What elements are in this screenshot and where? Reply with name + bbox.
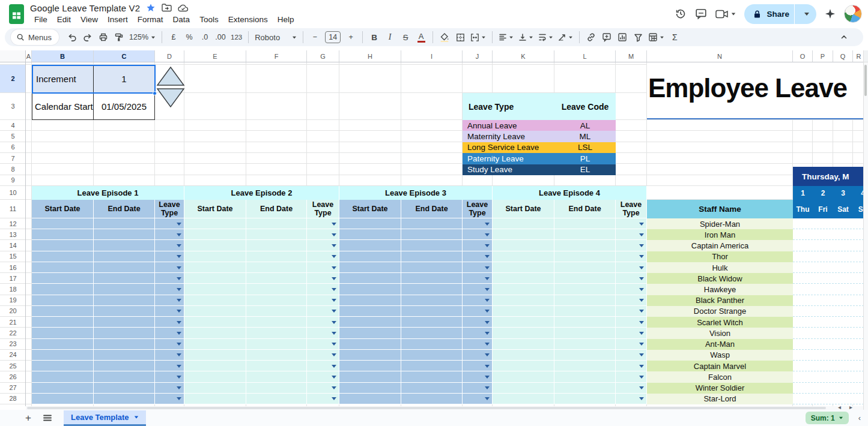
- dropdown-arrow-icon[interactable]: [485, 386, 490, 389]
- date-cell[interactable]: [32, 361, 94, 371]
- date-cell[interactable]: [184, 295, 246, 306]
- date-cell[interactable]: [339, 361, 401, 371]
- date-cell[interactable]: [401, 339, 463, 350]
- leave-type-cell[interactable]: [616, 273, 647, 284]
- calendar-cell-row[interactable]: [793, 273, 863, 284]
- column-header-L[interactable]: L: [554, 50, 616, 62]
- date-cell[interactable]: [401, 394, 463, 404]
- date-cell[interactable]: [94, 371, 155, 382]
- leave-type-cell[interactable]: [616, 262, 647, 273]
- dropdown-arrow-icon[interactable]: [177, 376, 181, 379]
- dropdown-arrow-icon[interactable]: [177, 223, 181, 226]
- column-header-C[interactable]: C: [94, 50, 155, 62]
- date-cell[interactable]: [339, 328, 401, 338]
- date-cell[interactable]: [401, 273, 463, 284]
- merge-cells-button[interactable]: [469, 30, 488, 44]
- leave-type-cell[interactable]: [155, 284, 184, 295]
- date-cell[interactable]: [339, 339, 401, 350]
- date-cell[interactable]: [246, 273, 307, 284]
- leave-type-cell[interactable]: [307, 262, 339, 273]
- date-cell[interactable]: [554, 295, 616, 306]
- date-cell[interactable]: [339, 273, 401, 284]
- row-header-4[interactable]: 4: [0, 120, 26, 131]
- sheet-tab-leave-template[interactable]: Leave Template: [64, 410, 146, 426]
- date-cell[interactable]: [339, 350, 401, 361]
- date-cell[interactable]: [32, 273, 94, 284]
- date-cell[interactable]: [94, 339, 155, 350]
- dropdown-arrow-icon[interactable]: [639, 365, 644, 368]
- dropdown-arrow-icon[interactable]: [177, 244, 181, 247]
- version-history-icon[interactable]: [675, 8, 687, 20]
- leave-type-cell[interactable]: [463, 218, 493, 229]
- select-all-corner[interactable]: [0, 50, 26, 62]
- dropdown-arrow-icon[interactable]: [332, 376, 336, 379]
- date-cell[interactable]: [32, 350, 94, 361]
- redo-button[interactable]: [80, 30, 95, 44]
- cell-b3-calendar-start[interactable]: Calendar Start: [32, 93, 94, 119]
- staff-name-cell[interactable]: Winter Soldier: [647, 383, 793, 394]
- dropdown-arrow-icon[interactable]: [485, 288, 490, 291]
- date-cell[interactable]: [554, 317, 616, 328]
- date-cell[interactable]: [339, 394, 401, 404]
- undo-button[interactable]: [65, 30, 79, 44]
- date-cell[interactable]: [339, 240, 401, 251]
- column-header-E[interactable]: E: [184, 50, 246, 62]
- leave-type-cell[interactable]: [155, 383, 184, 394]
- column-header-N[interactable]: N: [647, 50, 793, 62]
- date-cell[interactable]: [554, 361, 616, 371]
- dropdown-arrow-icon[interactable]: [177, 397, 181, 400]
- date-cell[interactable]: [493, 240, 554, 251]
- calendar-cell-row[interactable]: [793, 339, 863, 350]
- dropdown-arrow-icon[interactable]: [332, 386, 336, 389]
- date-cell[interactable]: [401, 317, 463, 328]
- calendar-cell-row[interactable]: [793, 251, 863, 262]
- strikethrough-button[interactable]: S: [398, 30, 413, 44]
- date-cell[interactable]: [554, 284, 616, 295]
- leave-type-cell[interactable]: [616, 328, 647, 338]
- date-cell[interactable]: [246, 284, 307, 295]
- date-cell[interactable]: [493, 339, 554, 350]
- increase-decimal-button[interactable]: .00: [213, 30, 228, 44]
- row-header-6[interactable]: 6: [0, 142, 26, 153]
- calendar-body[interactable]: [793, 218, 863, 404]
- document-title[interactable]: Google Leave Template V2: [30, 3, 140, 13]
- dropdown-arrow-icon[interactable]: [639, 223, 644, 226]
- leave-type-cell[interactable]: [616, 361, 647, 371]
- row-header-21[interactable]: 21: [0, 317, 26, 328]
- date-cell[interactable]: [184, 317, 246, 328]
- date-cell[interactable]: [401, 295, 463, 306]
- leave-type-cell[interactable]: [307, 295, 339, 306]
- date-cell[interactable]: [32, 284, 94, 295]
- date-cell[interactable]: [493, 394, 554, 404]
- menu-file[interactable]: File: [30, 14, 52, 26]
- date-cell[interactable]: [184, 361, 246, 371]
- date-cell[interactable]: [554, 229, 616, 240]
- row-header-7[interactable]: 7: [0, 153, 26, 164]
- leave-type-cell[interactable]: [463, 229, 493, 240]
- date-cell[interactable]: [32, 262, 94, 273]
- leave-type-cell[interactable]: [307, 229, 339, 240]
- calendar-cell-row[interactable]: [793, 262, 863, 273]
- date-cell[interactable]: [94, 284, 155, 295]
- expand-panel-icon[interactable]: ‹: [858, 413, 861, 422]
- date-cell[interactable]: [554, 251, 616, 262]
- date-cell[interactable]: [554, 262, 616, 273]
- video-call-caret-icon[interactable]: [732, 13, 735, 15]
- dropdown-arrow-icon[interactable]: [639, 288, 644, 291]
- leave-type-cell[interactable]: [155, 350, 184, 361]
- date-cell[interactable]: [493, 229, 554, 240]
- column-header-M[interactable]: M: [616, 50, 647, 62]
- column-header-Q[interactable]: Q: [833, 50, 853, 62]
- gemini-sparkle-icon[interactable]: [825, 8, 836, 19]
- leave-type-cell[interactable]: [463, 306, 493, 317]
- column-header-P[interactable]: P: [813, 50, 833, 62]
- leave-type-cell[interactable]: [307, 339, 339, 350]
- dropdown-arrow-icon[interactable]: [177, 299, 181, 302]
- leave-type-cell[interactable]: [463, 240, 493, 251]
- comments-icon[interactable]: [695, 8, 707, 20]
- sheet-canvas[interactable]: Employee Leave Increment 1 Calendar Star…: [26, 62, 863, 406]
- row-header-26[interactable]: 26: [0, 371, 26, 382]
- row-header-12[interactable]: 12: [0, 218, 26, 229]
- calendar-cell-row[interactable]: [793, 229, 863, 240]
- text-wrap-button[interactable]: [536, 30, 555, 44]
